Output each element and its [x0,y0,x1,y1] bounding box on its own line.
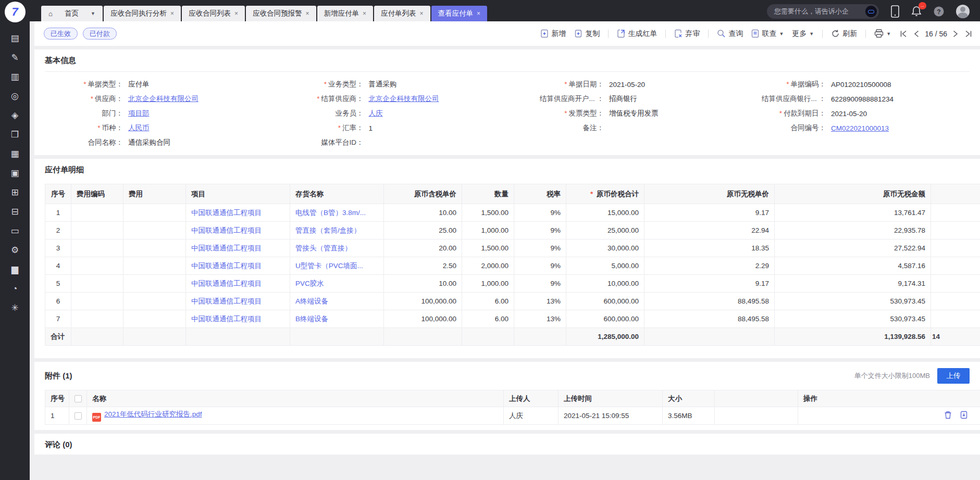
cashbox-icon[interactable]: ▣ [0,163,30,183]
first-page-icon[interactable] [899,30,908,38]
cell-fee [123,222,186,239]
item-link[interactable]: U型管卡（PVC墙面... [295,262,363,270]
close-tab-icon[interactable]: × [477,10,480,17]
field-label: 合同名称： [45,138,123,147]
cell-project: 中国联通通信工程项目 [186,310,290,328]
column-header: 原币无税金额 [775,184,931,204]
tab-5[interactable]: 应付单列表× [374,6,430,21]
settings-gear-icon[interactable]: ⚙ [0,241,30,260]
guarantee-icon[interactable]: ◈ [0,106,30,125]
column-header: 序号 [45,390,69,407]
field-value[interactable]: 人民币 [128,123,150,133]
toolbar-button-6[interactable]: 联查▼ [751,29,784,39]
id-card-icon[interactable]: ▭ [0,221,30,241]
payout-icon[interactable]: ◎ [0,86,30,106]
row-checkbox[interactable] [75,412,82,420]
column-header: 项目 [186,184,290,204]
asterisk-icon[interactable]: ✳ [0,298,30,318]
close-tab-icon[interactable]: × [306,10,309,17]
last-page-icon[interactable] [964,30,973,38]
project-link[interactable]: 中国联通通信工程项目 [191,209,262,217]
item-link[interactable]: PVC胶水 [295,280,324,287]
cell-item: U型管卡（PVC墙面... [290,257,384,275]
project-link[interactable]: 中国联通通信工程项目 [191,280,262,287]
project-link[interactable]: 中国联通通信工程项目 [191,244,262,252]
history-clock-icon[interactable]: ◔ [0,279,30,298]
item-link[interactable]: 电线管（B管）3.8m/... [295,209,366,217]
prev-page-icon[interactable] [913,30,920,38]
tab-6[interactable]: 查看应付单× [431,6,488,21]
menu-list-icon[interactable]: ▤ [0,29,30,48]
attachment-link[interactable]: 2021年低代码行业研究报告.pdf [104,410,202,418]
compose-doc-icon[interactable]: ✎ [0,48,30,67]
upload-button[interactable]: 上传 [937,368,970,384]
cell-fee [123,204,186,222]
cell-qty: 1,500.00 [462,239,514,257]
billing-doc-icon[interactable]: ⊟ [0,202,30,221]
field-value[interactable]: CM022021000013 [831,124,889,132]
item-link[interactable]: 管接头（管直接） [295,244,352,252]
cell-select [69,407,87,425]
print-button[interactable]: ▼ [874,29,891,38]
cell-time: 2021-05-21 15:09:55 [559,407,663,425]
form-field-11: *发票类型：增值税专用发票 [526,106,748,121]
preview-download-icon[interactable] [960,411,967,421]
app-logo[interactable]: 7 [5,2,26,22]
field-value[interactable]: 北京企企科技有限公司 [128,94,199,104]
tab-home[interactable]: ⌂ 首页 ▼ [41,6,103,21]
table-row: 6中国联通通信工程项目A终端设备100,000.006.0013%600,000… [45,293,980,310]
cell-fee_code [71,275,123,293]
project-link[interactable]: 中国联通通信工程项目 [191,315,262,323]
project-link[interactable]: 中国联通通信工程项目 [191,262,262,270]
tab-1[interactable]: 应收合同执行分析× [104,6,181,21]
total-tax [514,328,566,346]
toolbar-button-label: 刷新 [842,29,857,39]
project-link[interactable]: 中国联通通信工程项目 [191,297,262,305]
cell-no: 4 [45,257,71,275]
app-window: 7 ▤✎▥◎◈❒▦▣⊞⊟▭⚙▆◔✳ ⌂ 首页 ▼ 应收合同执行分析×应收合同列表… [0,0,980,480]
close-tab-icon[interactable]: × [234,10,238,17]
field-value[interactable]: 人庆 [369,109,383,118]
ledger-icon[interactable]: ▥ [0,67,30,86]
toolbar-button-3[interactable]: 生成红单 [617,29,657,39]
toolbar-button-1[interactable]: 新增 [540,29,566,39]
package-icon[interactable]: ❒ [0,125,30,144]
cell-blank [715,407,798,425]
tab-2[interactable]: 应收合同列表× [182,6,245,21]
close-tab-icon[interactable]: × [420,10,424,17]
toolbar-button-8[interactable]: 刷新 [831,29,857,39]
mobile-icon[interactable] [890,5,900,18]
item-link[interactable]: 管直接（套筒/盒接） [295,226,361,234]
assistant-search-input[interactable]: 您需要什么，请告诉小企 [767,4,879,19]
item-link[interactable]: A终端设备 [295,297,328,305]
column-header: 税率 [514,184,566,204]
tab-4[interactable]: 新增应付单× [317,6,374,21]
project-link[interactable]: 中国联通通信工程项目 [191,226,262,234]
close-tab-icon[interactable]: × [170,10,174,17]
bar-chart-icon[interactable]: ▆ [0,260,30,279]
cell-qty: 6.00 [462,293,514,310]
select-all-checkbox[interactable] [75,395,82,402]
tab-3[interactable]: 应收合同预报警× [246,6,316,21]
toolbar-button-5[interactable]: 查询 [717,29,743,39]
field-value[interactable]: 项目部 [128,109,150,118]
toolbar-button-2[interactable]: 复制 [574,29,600,39]
delete-icon[interactable] [944,411,952,421]
item-link[interactable]: B终端设备 [295,315,328,323]
toolbar-button-label: 联查 [762,29,776,39]
bell-icon[interactable]: ... [911,6,922,17]
field-value[interactable]: 北京企企科技有限公司 [369,94,439,104]
apps-grid-icon[interactable]: ⊞ [0,183,30,202]
toolbar-button-4[interactable]: 弃审 [674,29,700,39]
user-avatar[interactable] [956,5,970,18]
cell-extra [931,293,980,310]
calculator-icon[interactable]: ▦ [0,144,30,163]
cell-project: 中国联通通信工程项目 [186,239,290,257]
toolbar-button-label: 生成红单 [628,29,657,39]
help-icon[interactable]: ? [933,6,945,17]
cell-tax: 9% [514,257,566,275]
more-button[interactable]: 更多▼ [792,29,814,39]
close-tab-icon[interactable]: × [363,10,366,17]
field-value: 通信采购合同 [128,138,170,147]
next-page-icon[interactable] [952,30,959,38]
